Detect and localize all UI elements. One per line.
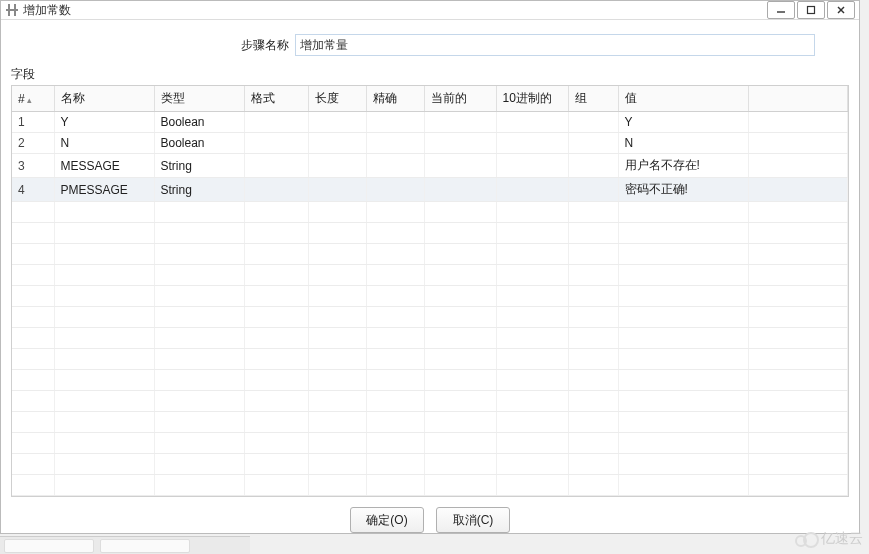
cell-empty[interactable]	[54, 328, 154, 349]
cell-empty[interactable]	[618, 202, 748, 223]
cell-empty[interactable]	[154, 265, 244, 286]
cell-empty[interactable]	[244, 202, 308, 223]
cell-value[interactable]: Y	[618, 112, 748, 133]
cell-empty[interactable]	[12, 454, 54, 475]
cell-empty[interactable]	[12, 307, 54, 328]
col-header-type[interactable]: 类型	[154, 86, 244, 112]
cell-empty[interactable]	[244, 391, 308, 412]
table-row-empty[interactable]	[12, 307, 848, 328]
cell-empty[interactable]	[568, 307, 618, 328]
cell-empty[interactable]	[366, 475, 424, 496]
cell-name[interactable]: N	[54, 133, 154, 154]
cell-empty[interactable]	[424, 244, 496, 265]
col-header-decimal[interactable]: 10进制的	[496, 86, 568, 112]
table-row-empty[interactable]	[12, 391, 848, 412]
cell-empty[interactable]	[244, 370, 308, 391]
cell-empty[interactable]	[568, 475, 618, 496]
table-row[interactable]: 3MESSAGEString用户名不存在!	[12, 154, 848, 178]
cell-empty[interactable]	[366, 286, 424, 307]
cell-empty[interactable]	[618, 454, 748, 475]
cell-empty[interactable]	[54, 412, 154, 433]
cell-empty[interactable]	[424, 349, 496, 370]
cell-empty[interactable]	[54, 265, 154, 286]
cell-empty[interactable]	[244, 244, 308, 265]
cell-empty[interactable]	[424, 307, 496, 328]
cell-empty[interactable]	[154, 307, 244, 328]
cell-empty[interactable]	[54, 244, 154, 265]
cell-empty[interactable]	[12, 433, 54, 454]
cell-empty[interactable]	[424, 370, 496, 391]
cell-type[interactable]: Boolean	[154, 133, 244, 154]
cell-empty[interactable]	[366, 328, 424, 349]
cell-empty[interactable]	[366, 370, 424, 391]
cell-empty[interactable]	[568, 202, 618, 223]
cell-empty[interactable]	[244, 223, 308, 244]
cell-format[interactable]	[244, 133, 308, 154]
cell-num[interactable]: 2	[12, 133, 54, 154]
cell-empty[interactable]	[496, 265, 568, 286]
cell-empty[interactable]	[12, 202, 54, 223]
cell-empty[interactable]	[424, 475, 496, 496]
cell-empty[interactable]	[244, 286, 308, 307]
cell-empty[interactable]	[54, 307, 154, 328]
cell-value[interactable]: 用户名不存在!	[618, 154, 748, 178]
table-row[interactable]: 1YBooleanY	[12, 112, 848, 133]
cell-empty[interactable]	[618, 370, 748, 391]
cell-empty[interactable]	[424, 202, 496, 223]
cell-empty[interactable]	[308, 328, 366, 349]
cell-empty[interactable]	[308, 412, 366, 433]
cell-empty[interactable]	[154, 370, 244, 391]
cell-group[interactable]	[568, 154, 618, 178]
fields-table[interactable]: #▴ 名称 类型 格式 长度 精确 当前的 10进制的 组 值 1YBoolea…	[12, 86, 848, 496]
cell-empty[interactable]	[366, 244, 424, 265]
cell-empty[interactable]	[308, 265, 366, 286]
cell-empty[interactable]	[154, 475, 244, 496]
cell-empty[interactable]	[308, 391, 366, 412]
cell-empty[interactable]	[366, 454, 424, 475]
cancel-button[interactable]: 取消(C)	[436, 507, 510, 533]
cell-empty[interactable]	[568, 223, 618, 244]
cell-empty[interactable]	[12, 349, 54, 370]
cell-format[interactable]	[244, 112, 308, 133]
cell-empty[interactable]	[496, 349, 568, 370]
cell-empty[interactable]	[618, 433, 748, 454]
table-row-empty[interactable]	[12, 202, 848, 223]
cell-empty[interactable]	[618, 286, 748, 307]
cell-empty[interactable]	[154, 223, 244, 244]
cell-decimal[interactable]	[496, 112, 568, 133]
cell-empty[interactable]	[496, 328, 568, 349]
cell-empty[interactable]	[308, 370, 366, 391]
cell-empty[interactable]	[366, 391, 424, 412]
cell-group[interactable]	[568, 178, 618, 202]
cell-length[interactable]	[308, 154, 366, 178]
step-name-input[interactable]	[295, 34, 815, 56]
cell-type[interactable]: String	[154, 154, 244, 178]
cell-empty[interactable]	[154, 391, 244, 412]
cell-empty[interactable]	[54, 202, 154, 223]
cell-empty[interactable]	[308, 433, 366, 454]
cell-decimal[interactable]	[496, 154, 568, 178]
cell-empty[interactable]	[366, 202, 424, 223]
cell-empty[interactable]	[568, 286, 618, 307]
cell-empty[interactable]	[12, 244, 54, 265]
cell-empty[interactable]	[308, 202, 366, 223]
cell-empty[interactable]	[424, 412, 496, 433]
cell-empty[interactable]	[568, 412, 618, 433]
cell-empty[interactable]	[308, 454, 366, 475]
cell-name[interactable]: PMESSAGE	[54, 178, 154, 202]
col-header-num[interactable]: #▴	[12, 86, 54, 112]
cell-empty[interactable]	[568, 265, 618, 286]
table-row-empty[interactable]	[12, 286, 848, 307]
cell-empty[interactable]	[54, 370, 154, 391]
cell-length[interactable]	[308, 112, 366, 133]
cell-empty[interactable]	[424, 223, 496, 244]
cell-empty[interactable]	[424, 328, 496, 349]
cell-empty[interactable]	[308, 307, 366, 328]
cell-empty[interactable]	[424, 433, 496, 454]
cell-empty[interactable]	[618, 307, 748, 328]
cell-empty[interactable]	[496, 475, 568, 496]
cell-empty[interactable]	[568, 391, 618, 412]
cell-group[interactable]	[568, 133, 618, 154]
table-row[interactable]: 2NBooleanN	[12, 133, 848, 154]
ok-button[interactable]: 确定(O)	[350, 507, 424, 533]
